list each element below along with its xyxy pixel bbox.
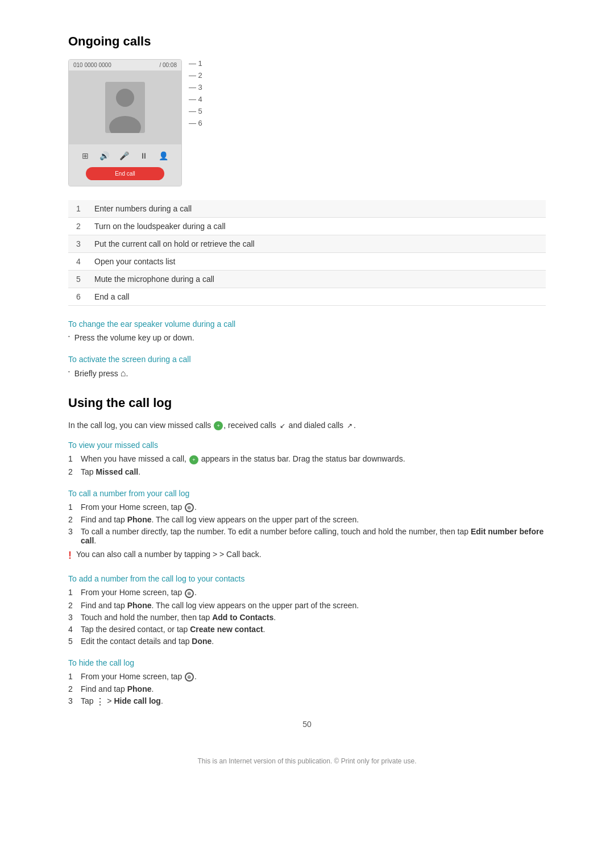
table-num-cell: 3 — [68, 235, 89, 253]
home-screen-icon-1: ⊕ — [185, 503, 194, 512]
ongoing-calls-title: Ongoing calls — [68, 34, 546, 49]
hide-call-log-title: To hide the call log — [68, 658, 546, 667]
view-missed-step-1: 1 When you have missed a call, + appears… — [68, 454, 546, 464]
hide-call-log-step-1: 1 From your Home screen, tap ⊕. — [68, 672, 546, 682]
ear-speaker-subsection: To change the ear speaker volume during … — [68, 319, 546, 342]
activate-screen-subsection: To activate the screen during a call • B… — [68, 355, 546, 379]
phone-mockup: 010 0000 0000 / 00:08 ⊞ 🔊 � — [68, 59, 182, 186]
call-from-log-step-2: 2 Find and tap Phone. The call log view … — [68, 515, 546, 524]
table-num-cell: 5 — [68, 271, 89, 288]
table-desc-cell: Open your contacts list — [89, 253, 546, 271]
hide-call-log-subsection: To hide the call log 1 From your Home sc… — [68, 658, 546, 707]
table-row: 5Mute the microphone during a call — [68, 271, 546, 288]
home-screen-icon-3: ⊕ — [185, 672, 194, 682]
svg-point-1 — [116, 89, 134, 107]
table-num-cell: 1 — [68, 200, 89, 218]
ear-speaker-text: Press the volume key up or down. — [74, 333, 194, 342]
table-desc-cell: Mute the microphone during a call — [89, 271, 546, 288]
call-from-log-step-1: 1 From your Home screen, tap ⊕. — [68, 502, 546, 512]
add-from-log-title: To add a number from the call log to you… — [68, 574, 546, 583]
callout-1: — 1 — [189, 59, 202, 68]
call-from-log-steps: 1 From your Home screen, tap ⊕. 2 Find a… — [68, 502, 546, 545]
bullet-dot-1: • — [68, 334, 70, 339]
hide-call-log-step-3: 3 Tap ⋮ > Hide call log. — [68, 696, 546, 707]
call-log-title: Using the call log — [68, 396, 546, 410]
table-num-cell: 2 — [68, 218, 89, 235]
table-desc-cell: End a call — [89, 288, 546, 306]
table-row: 6End a call — [68, 288, 546, 306]
callout-4: — 4 — [189, 95, 202, 103]
call-from-log-note: ! You can also call a number by tapping … — [68, 550, 546, 562]
missed-calls-icon: + — [214, 421, 223, 430]
keypad-icon: ⊞ — [82, 151, 89, 160]
ear-speaker-title: To change the ear speaker volume during … — [68, 319, 546, 329]
table-num-cell: 6 — [68, 288, 89, 306]
received-calls-icon: ↙ — [280, 422, 285, 430]
pause-icon: ⏸ — [140, 151, 148, 160]
table-num-cell: 4 — [68, 253, 89, 271]
home-icon: ⌂ — [121, 368, 126, 378]
callout-3: — 3 — [189, 83, 202, 92]
phone-number-display: 010 0000 0000 — [73, 62, 111, 68]
activate-screen-bullet: • Briefly press ⌂. — [68, 368, 546, 379]
view-missed-subsection: To view your missed calls 1 When you hav… — [68, 441, 546, 476]
table-desc-cell: Enter numbers during a call — [89, 200, 546, 218]
add-from-log-step-5: 5 Edit the contact details and tap Done. — [68, 637, 546, 646]
add-from-log-step-1: 1 From your Home screen, tap ⊕. — [68, 588, 546, 597]
avatar-silhouette — [105, 82, 145, 133]
call-log-section: Using the call log In the call log, you … — [68, 396, 546, 707]
add-from-log-step-2: 2 Find and tap Phone. The call log view … — [68, 601, 546, 610]
hide-call-log-step-2: 2 Find and tap Phone. — [68, 684, 546, 693]
phone-mockup-container: 010 0000 0000 / 00:08 ⊞ 🔊 � — [68, 59, 546, 186]
callout-numbers: — 1 — 2 — 3 — 4 — 5 — 6 — [182, 59, 202, 133]
table-row: 1Enter numbers during a call — [68, 200, 546, 218]
activate-screen-title: To activate the screen during a call — [68, 355, 546, 364]
view-missed-title: To view your missed calls — [68, 441, 546, 450]
call-from-log-step-3: 3 To call a number directly, tap the num… — [68, 527, 546, 545]
ongoing-calls-table: 1Enter numbers during a call2Turn on the… — [68, 200, 546, 306]
callout-5: — 5 — [189, 107, 202, 115]
callout-2: — 2 — [189, 71, 202, 80]
missed-icon-inline: + — [189, 455, 198, 464]
callout-6: — 6 — [189, 119, 202, 127]
bullet-dot-2: • — [68, 369, 70, 374]
phone-caller-area — [69, 70, 181, 144]
ear-speaker-bullet: • Press the volume key up or down. — [68, 333, 546, 342]
table-desc-cell: Turn on the loudspeaker during a call — [89, 218, 546, 235]
phone-controls: ⊞ 🔊 🎤 ⏸ 👤 — [74, 148, 176, 164]
phone-status-bar: 010 0000 0000 / 00:08 — [69, 60, 181, 70]
table-row: 2Turn on the loudspeaker during a call — [68, 218, 546, 235]
table-desc-cell: Put the current call on hold or retrieve… — [89, 235, 546, 253]
call-from-log-title: To call a number from your call log — [68, 489, 546, 498]
page-number: 50 — [68, 720, 546, 729]
note-exclamation-icon: ! — [68, 550, 72, 562]
phone-avatar — [105, 82, 145, 133]
end-call-button: End call — [86, 167, 164, 180]
hide-call-log-steps: 1 From your Home screen, tap ⊕. 2 Find a… — [68, 672, 546, 707]
phone-time-display: / 00:08 — [159, 62, 177, 68]
call-log-intro: In the call log, you can view missed cal… — [68, 421, 546, 430]
footer-note: This is an Internet version of this publ… — [68, 757, 546, 765]
contacts-icon: 👤 — [159, 151, 168, 160]
mute-icon: 🎤 — [119, 151, 129, 160]
note-text: You can also call a number by tapping > … — [76, 550, 262, 559]
table-row: 3Put the current call on hold or retriev… — [68, 235, 546, 253]
view-missed-steps: 1 When you have missed a call, + appears… — [68, 454, 546, 476]
view-missed-step-2: 2 Tap Missed call. — [68, 467, 546, 476]
ongoing-calls-section: Ongoing calls 010 0000 0000 / 00:08 — [68, 34, 546, 379]
add-from-log-subsection: To add a number from the call log to you… — [68, 574, 546, 645]
add-from-log-steps: 1 From your Home screen, tap ⊕. 2 Find a… — [68, 588, 546, 645]
speaker-icon: 🔊 — [99, 151, 109, 160]
home-screen-icon-2: ⊕ — [185, 589, 194, 598]
activate-screen-text: Briefly press ⌂. — [74, 368, 128, 379]
add-from-log-step-3: 3 Touch and hold the number, then tap Ad… — [68, 613, 546, 622]
table-row: 4Open your contacts list — [68, 253, 546, 271]
dialed-calls-icon: ↗ — [347, 422, 352, 430]
menu-dots-icon: ⋮ — [96, 697, 105, 707]
add-from-log-step-4: 4 Tap the desired contact, or tap Create… — [68, 625, 546, 634]
call-from-log-subsection: To call a number from your call log 1 Fr… — [68, 489, 546, 562]
